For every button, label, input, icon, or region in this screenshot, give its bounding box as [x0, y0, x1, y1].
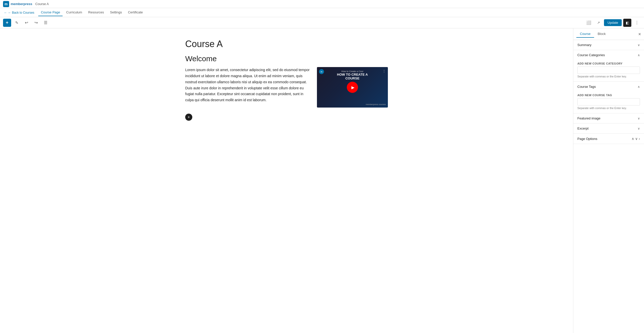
sidebar-tab-block[interactable]: Block: [594, 30, 609, 38]
page-options-down-button[interactable]: ∨: [635, 137, 638, 141]
summary-title: Summary: [577, 43, 592, 47]
sidebar-section-summary: Summary ∨: [573, 40, 644, 50]
featured-image-toggle-button[interactable]: ∨: [638, 117, 640, 120]
tab-certificate[interactable]: Certificate: [125, 9, 145, 16]
categories-section-header[interactable]: Course Categories ∧: [573, 50, 644, 60]
video-title-line1: How to Create a Cour: [317, 70, 388, 73]
video-brand-logo: memberpress courses: [366, 103, 386, 106]
page-options-expand-button[interactable]: ›: [639, 137, 640, 141]
summary-section-header[interactable]: Summary ∨: [573, 40, 644, 50]
back-to-courses-link[interactable]: ← ← Back to Courses: [4, 11, 34, 14]
back-arrow-icon: ←: [4, 11, 7, 14]
sidebar-section-excerpt: Excerpt ∨: [573, 123, 644, 134]
logo: m memberpress: [3, 1, 32, 7]
back-to-courses-label: ← Back to Courses: [8, 11, 34, 14]
logo-text: memberpress: [11, 2, 32, 6]
sidebar-body: Summary ∨ Course Categories ∧ ADD NEW CO…: [573, 40, 644, 144]
categories-toggle-button[interactable]: ∧: [638, 53, 640, 57]
admin-bar: m memberpress Course A: [0, 0, 644, 8]
preview-desktop-button[interactable]: ⬜: [585, 19, 593, 27]
video-play-button[interactable]: [347, 82, 358, 93]
video-title-line2: HOW TO CREATE A: [317, 73, 388, 76]
sidebar-close-button[interactable]: ×: [638, 32, 641, 36]
sidebar-section-tags: Course Tags ∧ ADD NEW COURSE TAG Separat…: [573, 82, 644, 113]
page-options-title: Page Options: [577, 137, 597, 141]
page-options-row[interactable]: Page Options ∧ ∨ ›: [573, 134, 644, 144]
video-title-text: How to Create a Cour HOW TO CREATE A COU…: [317, 70, 388, 80]
welcome-heading[interactable]: Welcome: [185, 54, 388, 63]
editor-content: Course A Welcome Lorem ipsum dolor sit a…: [185, 38, 388, 121]
sidebar-tab-course[interactable]: Course: [576, 30, 594, 38]
redo-button[interactable]: ↪: [32, 19, 40, 27]
tags-hint: Separate with commas or the Enter key.: [577, 107, 640, 110]
undo-button[interactable]: ↩: [22, 19, 30, 27]
update-button[interactable]: Update: [604, 19, 622, 26]
add-tag-input[interactable]: [577, 98, 640, 106]
sidebar-tabs: Course Block: [576, 30, 609, 38]
tab-course-page[interactable]: Course Page: [38, 9, 63, 16]
toolbar: + ✎ ↩ ↪ ☰ ⬜ ↗ Update ◧ ⋮: [0, 17, 644, 28]
editor-area: Course A Welcome Lorem ipsum dolor sit a…: [0, 28, 573, 333]
sidebar-section-featured-image: Featured image ∨: [573, 113, 644, 123]
memberpress-logo-icon: m: [3, 1, 9, 7]
external-link-button[interactable]: ↗: [594, 19, 602, 27]
list-view-button[interactable]: ☰: [42, 19, 50, 27]
page-options-controls: ∧ ∨ ›: [632, 137, 640, 141]
toolbar-right: ⬜ ↗ Update ◧ ⋮: [585, 19, 641, 27]
page-options-up-button[interactable]: ∧: [632, 137, 634, 141]
excerpt-section-header[interactable]: Excerpt ∨: [573, 123, 644, 133]
tab-resources[interactable]: Resources: [86, 9, 106, 16]
summary-toggle-button[interactable]: ∨: [638, 43, 640, 47]
toolbar-left: + ✎ ↩ ↪ ☰: [3, 19, 50, 27]
lorem-paragraph[interactable]: Lorem ipsum dolor sit amet, consectetur …: [185, 67, 311, 103]
sidebar-header: Course Block ×: [573, 28, 644, 40]
add-block-toolbar-button[interactable]: +: [3, 19, 11, 27]
settings-panel-button[interactable]: ◧: [623, 19, 631, 27]
add-category-label: ADD NEW COURSE CATEGORY: [577, 62, 640, 65]
admin-bar-course-title: Course A: [35, 2, 49, 6]
add-tag-label: ADD NEW COURSE TAG: [577, 94, 640, 97]
tags-title: Course Tags: [577, 85, 596, 89]
featured-image-title: Featured image: [577, 116, 600, 120]
excerpt-title: Excerpt: [577, 127, 589, 130]
categories-content: ADD NEW COURSE CATEGORY Separate with co…: [573, 60, 644, 81]
tags-content: ADD NEW COURSE TAG Separate with commas …: [573, 92, 644, 113]
course-title-heading[interactable]: Course A: [185, 38, 388, 49]
add-category-input[interactable]: [577, 67, 640, 74]
svg-text:m: m: [5, 2, 8, 6]
categories-hint: Separate with commas or the Enter key.: [577, 75, 640, 78]
nav-tabs: ← ← Back to Courses Course Page Curricul…: [0, 8, 644, 17]
excerpt-toggle-button[interactable]: ∨: [638, 127, 640, 130]
video-thumbnail[interactable]: m ⋮ How to Create a Cour HOW TO CREATE A…: [317, 67, 388, 108]
tags-section-header[interactable]: Course Tags ∧: [573, 82, 644, 92]
categories-title: Course Categories: [577, 53, 605, 57]
edit-tool-button[interactable]: ✎: [13, 19, 21, 27]
video-title-line3: COURSE: [317, 76, 388, 80]
content-row: Lorem ipsum dolor sit amet, consectetur …: [185, 67, 388, 108]
more-options-button[interactable]: ⋮: [633, 19, 641, 27]
add-block-inline-button[interactable]: +: [185, 114, 192, 121]
featured-image-section-header[interactable]: Featured image ∨: [573, 113, 644, 123]
sidebar: Course Block × Summary ∨ Course Categori…: [573, 28, 644, 333]
tab-settings[interactable]: Settings: [107, 9, 124, 16]
tags-toggle-button[interactable]: ∧: [638, 85, 640, 89]
main-layout: Course A Welcome Lorem ipsum dolor sit a…: [0, 28, 644, 333]
sidebar-section-categories: Course Categories ∧ ADD NEW COURSE CATEG…: [573, 50, 644, 82]
tab-curriculum[interactable]: Curriculum: [64, 9, 85, 16]
